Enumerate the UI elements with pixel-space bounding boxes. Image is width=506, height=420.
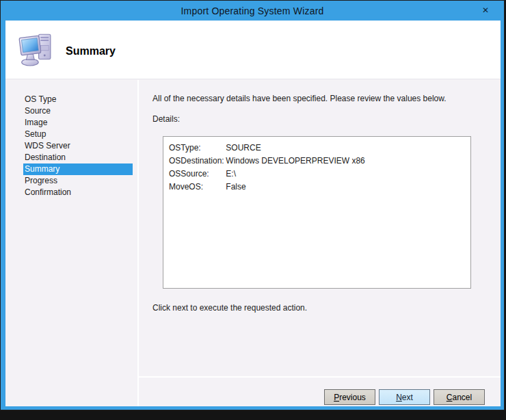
- details-row-osdestination: OSDestination: Windows DEVELOPERPREVIEW …: [169, 155, 465, 168]
- details-key: OSType:: [169, 142, 224, 155]
- step-source: Source: [23, 105, 133, 117]
- window-title: Import Operating System Wizard: [181, 5, 323, 16]
- step-setup: Setup: [23, 129, 133, 140]
- page-title: Summary: [66, 45, 116, 57]
- next-button-label: Next: [396, 393, 413, 402]
- details-value: E:\: [226, 169, 236, 179]
- previous-button[interactable]: Previous: [324, 389, 375, 405]
- footer-divider: [137, 376, 501, 378]
- details-row-ossource: OSSource: E:\: [169, 168, 465, 181]
- computer-icon: [16, 29, 56, 69]
- details-value: SOURCE: [226, 143, 261, 153]
- close-icon[interactable]: ✕: [478, 3, 493, 17]
- details-key: MoveOS:: [169, 181, 224, 194]
- intro-text: All of the necessary details have been s…: [152, 94, 494, 103]
- details-value: False: [226, 182, 245, 192]
- step-progress: Progress: [23, 175, 133, 187]
- previous-button-label: Previous: [334, 393, 366, 402]
- step-summary-selected: Summary: [23, 163, 133, 175]
- steps-list: OS Type Source Image Setup WDS Server De…: [5, 94, 137, 198]
- main-pane: All of the necessary details have been s…: [139, 80, 501, 406]
- wizard-steps-sidebar: OS Type Source Image Setup WDS Server De…: [5, 80, 137, 406]
- wizard-dialog: Import Operating System Wizard ✕: [0, 0, 505, 410]
- footer-note: Click next to execute the requested acti…: [152, 303, 307, 313]
- details-label: Details:: [152, 114, 180, 124]
- step-wds-server: WDS Server: [23, 140, 133, 152]
- dialog-content: Summary OS Type Source Image Setup WDS S…: [5, 21, 501, 406]
- details-row-ostype: OSType: SOURCE: [169, 142, 465, 155]
- cancel-button-label: Cancel: [447, 393, 472, 402]
- background-taskbar-strip: [0, 411, 506, 420]
- details-box: OSType: SOURCE OSDestination: Windows DE…: [163, 136, 471, 289]
- details-row-moveos: MoveOS: False: [169, 181, 465, 194]
- next-button[interactable]: Next: [379, 389, 430, 405]
- details-key: OSDestination:: [169, 155, 224, 168]
- step-image: Image: [23, 117, 133, 129]
- cancel-button[interactable]: Cancel: [434, 389, 485, 405]
- wizard-header: Summary: [5, 21, 501, 79]
- details-key: OSSource:: [169, 168, 224, 181]
- titlebar: Import Operating System Wizard ✕: [1, 1, 504, 21]
- step-os-type: OS Type: [23, 94, 133, 105]
- step-destination: Destination: [23, 152, 133, 163]
- details-value: Windows DEVELOPERPREVIEW x86: [226, 156, 364, 166]
- step-confirmation: Confirmation: [23, 187, 133, 198]
